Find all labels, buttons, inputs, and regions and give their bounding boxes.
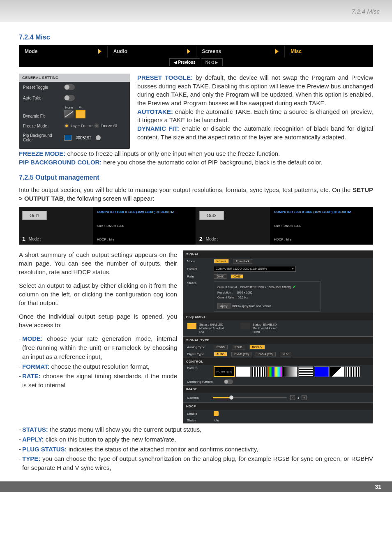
gamma-value: 1	[295, 396, 302, 400]
output-summary-strip: Out1 1Mode : COMPUTER 1920 X 1080 (16:9 …	[19, 207, 373, 245]
plug-hdmi-name: HDMI	[253, 330, 277, 334]
tab-misc-label: Misc	[291, 49, 302, 54]
digital-yuv[interactable]: YUV	[280, 352, 291, 356]
tab-audio[interactable]: Audio	[108, 45, 196, 58]
output-1-card[interactable]: Out1 1Mode : COMPUTER 1920 X 1080 (16:9 …	[19, 207, 196, 245]
pattern-5[interactable]	[298, 366, 313, 377]
preset-toggle-term: PRESET TOGGLE:	[137, 74, 193, 81]
type-body: you can choose the type of output synchr…	[22, 455, 373, 471]
autotake-desc: enable the automatic TAKE. Each time a s…	[137, 108, 373, 124]
mode-framelock-button[interactable]: Framelock	[233, 259, 252, 264]
tab-mode[interactable]: Mode	[19, 45, 108, 58]
currate-val: 60.0 Hz	[238, 296, 248, 299]
control-section-header: CONTROL	[183, 358, 373, 365]
analog-type-label: Analog Type	[187, 345, 210, 349]
mode-internal-button[interactable]: Internal	[214, 259, 229, 264]
preset-toggle-switch[interactable]	[64, 84, 75, 90]
plug-hdmi-status: Status : ENABLED	[253, 323, 277, 326]
section-title-misc: 7.2.4 Misc	[19, 34, 373, 41]
apply-button[interactable]: Apply	[217, 303, 231, 309]
tab-screens-label: Screens	[202, 49, 221, 54]
freeze-layer-radio[interactable]	[64, 123, 69, 128]
pattern-4[interactable]	[283, 366, 297, 377]
dynamic-fit-label: Dynamic Fit	[23, 114, 60, 118]
format-term: FORMAT:	[22, 363, 49, 370]
eyedropper-icon[interactable]	[96, 135, 101, 140]
summary-p1: A short summary of each output settings …	[19, 250, 177, 276]
pip-desc: here you chose the automatic color of PI…	[101, 159, 323, 166]
status-term: STATUS:	[22, 426, 48, 433]
pattern-2[interactable]	[251, 366, 266, 377]
dfit-fit-button[interactable]	[76, 110, 85, 118]
plug-section-header: Plug Status	[183, 313, 373, 320]
pattern-6[interactable]	[314, 366, 329, 377]
rate-60-button[interactable]: 60HZ	[231, 274, 243, 279]
digital-dvid[interactable]: DVI-D (TR)	[231, 352, 251, 356]
pattern-3[interactable]	[267, 366, 282, 377]
currate-label: Current Rate :	[217, 296, 235, 299]
digital-type-label: Digital Type	[187, 352, 210, 356]
digital-auto[interactable]: AUTO	[214, 352, 227, 356]
pattern-none[interactable]: NO PATTERN	[214, 366, 235, 377]
check-icon: ✔	[293, 284, 296, 289]
freeze-desc: choose to freeze all inputs or only one …	[65, 150, 280, 157]
out1-button[interactable]: Out1	[22, 211, 47, 220]
pip-color-swatch[interactable]	[64, 135, 71, 141]
hdmi-plug-icon	[240, 323, 250, 329]
image-section-header: IMAGE	[183, 385, 373, 393]
gamma-plus[interactable]: +	[302, 395, 307, 400]
analog-rgsb[interactable]: RGsB	[232, 345, 245, 349]
rate-50-button[interactable]: 50HZ	[214, 274, 226, 279]
type-term: TYPE:	[22, 455, 40, 462]
out2-mode-label: Mode :	[206, 237, 219, 241]
chevron-right-icon	[187, 49, 190, 54]
pattern-8[interactable]	[345, 366, 360, 377]
next-button[interactable]: Next ▶	[201, 58, 223, 66]
analog-rgbs[interactable]: RGBS	[214, 345, 228, 349]
page-footer: 31	[0, 481, 392, 492]
gamma-slider[interactable]	[213, 397, 287, 398]
summary-p3: Once the individual output setup page is…	[19, 312, 177, 329]
gamma-label: Gamma	[187, 396, 210, 400]
plug-hdmi-mon: Monitored & locked	[253, 326, 277, 330]
hdcp-enable-toggle[interactable]	[214, 411, 219, 416]
pattern-1[interactable]	[236, 366, 251, 377]
chevron-right-icon	[275, 49, 279, 54]
out2-format: COMPUTER 1920 X 1080 (16:9 1080P) @ 60.0…	[274, 210, 369, 214]
auto-take-label: Auto Take	[23, 96, 60, 100]
status-body: the status menu will show you the curren…	[48, 426, 202, 433]
output-intro-b: , the following screen will appear:	[63, 195, 154, 202]
plug-hdmi-block: Status : ENABLEDMonitored & lockedHDMI	[240, 323, 277, 334]
plug-dvi-name: DVI	[199, 330, 224, 334]
tab-misc[interactable]: Misc	[285, 45, 373, 58]
misc-descriptions: PRESET TOGGLE: by default, the device wi…	[137, 74, 373, 149]
chevron-right-icon	[98, 49, 101, 54]
tab-screens[interactable]: Screens	[196, 45, 285, 58]
format-body: choose the output resolution format,	[49, 363, 149, 370]
format-dropdown[interactable]: COMPUTER 1920 X 1080 (16:9 1080P)▾	[214, 266, 296, 272]
gamma-minus[interactable]: −	[290, 395, 295, 400]
prev-button[interactable]: ◀ Previous	[169, 58, 200, 66]
signal-section-header: SIGNAL	[183, 250, 373, 258]
out2-number: 2	[199, 236, 203, 242]
centering-toggle[interactable]	[224, 379, 233, 384]
dfit-none-button[interactable]	[64, 110, 74, 118]
dropdown-caret-icon: ▾	[292, 267, 294, 271]
hdcp-section-header: HDCP	[183, 402, 373, 410]
apply-term: APPLY:	[22, 436, 44, 443]
pattern-7[interactable]	[330, 366, 344, 377]
out2-button[interactable]: Out2	[199, 211, 224, 220]
freeze-all-radio[interactable]	[94, 123, 99, 128]
out1-format: COMPUTER 1920 X 1080 (16:9 1080P) @ 60.0…	[97, 210, 191, 214]
freeze-term: FREEZE MODE:	[19, 150, 65, 157]
digital-dvia[interactable]: DVI-A (TR)	[256, 352, 275, 356]
auto-take-switch[interactable]	[64, 95, 75, 101]
output-intro-a: Into the output section, you will be abl…	[19, 186, 353, 193]
summary-p2: Select an output to adjust by either cli…	[19, 281, 177, 307]
output-intro: Into the output section, you will be abl…	[19, 185, 373, 203]
pip-bg-label: Pip Background Color	[23, 133, 60, 142]
autotake-term: AUTOTAKE:	[137, 108, 173, 115]
curfmt-val: COMPUTER 1920 X 1080 (16:9 1080P)	[240, 286, 291, 289]
output-2-card[interactable]: Out2 2Mode : COMPUTER 1920 X 1080 (16:9 …	[196, 207, 373, 245]
analog-rgbhv[interactable]: RGBHV	[249, 345, 265, 349]
